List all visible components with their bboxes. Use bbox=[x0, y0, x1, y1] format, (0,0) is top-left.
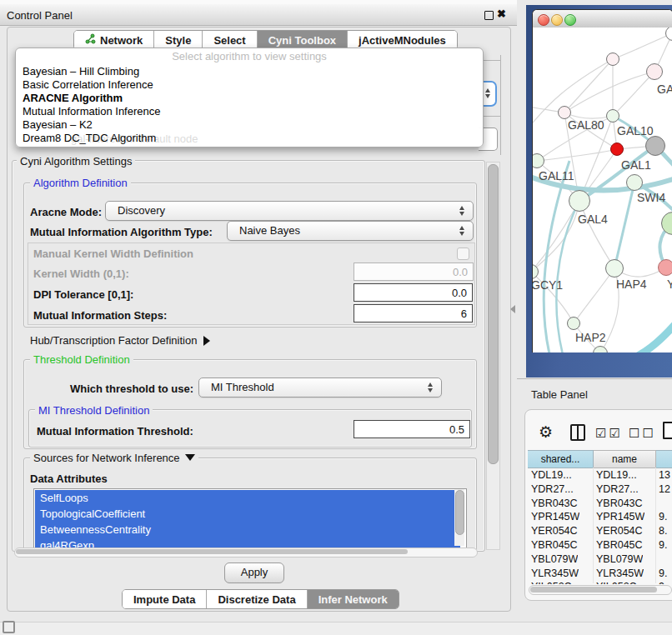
manual-kernel-width-checkbox[interactable] bbox=[457, 248, 469, 260]
network-node-swi4[interactable] bbox=[626, 174, 643, 191]
mi-threshold-field[interactable] bbox=[354, 420, 470, 438]
dpi-tolerance-field[interactable] bbox=[354, 283, 473, 302]
algorithm-option-aracne-algorithm[interactable]: ARACNE Algorithm bbox=[23, 92, 123, 104]
popup-placeholder: Select algorithm to view settings bbox=[16, 50, 483, 62]
table-cell[interactable]: YDR27... bbox=[531, 483, 574, 495]
table-cell[interactable]: YBR043C bbox=[531, 498, 578, 509]
table-cell[interactable]: YPR145W bbox=[596, 511, 644, 522]
column-header-name[interactable]: name bbox=[594, 450, 656, 468]
minimize-traffic-light[interactable] bbox=[551, 14, 563, 26]
close-icon[interactable]: ✖ bbox=[497, 8, 506, 20]
table-cell[interactable]: YLR345W bbox=[596, 568, 644, 579]
table-cell[interactable]: YER054C bbox=[531, 525, 578, 537]
tab-impute-data[interactable]: Impute Data bbox=[123, 590, 207, 608]
table-cell[interactable]: YBR045C bbox=[596, 539, 643, 551]
attribute-item-topologicalcoefficient[interactable]: TopologicalCoefficient bbox=[35, 506, 460, 522]
network-node-gal80[interactable] bbox=[558, 106, 571, 119]
table-cell[interactable]: 9 bbox=[659, 581, 664, 584]
float-window-icon[interactable] bbox=[484, 11, 494, 20]
collapse-down-icon bbox=[185, 454, 195, 461]
algorithm-option-dream8-dc-tdc-algorithm[interactable]: Dream8 DC_TDC Algorithm bbox=[23, 132, 156, 144]
table-cell[interactable]: 12 bbox=[659, 483, 670, 495]
network-node-y[interactable] bbox=[658, 259, 672, 276]
settings-scrollbar-thumb[interactable] bbox=[488, 164, 499, 464]
columns-icon[interactable] bbox=[570, 424, 585, 441]
tab-network[interactable]: Network bbox=[74, 31, 154, 49]
network-node-gal4[interactable] bbox=[569, 190, 590, 212]
aracne-mode-combo[interactable]: Discovery bbox=[105, 201, 474, 221]
attribute-item-betweennesscentrality[interactable]: BetweennessCentrality bbox=[35, 522, 460, 538]
algorithm-option-bayesian-hill-climbing[interactable]: Bayesian – Hill Climbing bbox=[23, 65, 139, 78]
node-label-gal11: GAL11 bbox=[539, 169, 574, 182]
tab-discretize-data[interactable]: Discretize Data bbox=[207, 590, 307, 608]
settings-hscrollbar-thumb[interactable] bbox=[16, 549, 408, 554]
network-window-titlebar[interactable] bbox=[533, 10, 672, 28]
hub-definition-toggle[interactable]: Hub/Transcription Factor Definition bbox=[30, 334, 210, 347]
mi-threshold-label: Mutual Information Threshold: bbox=[37, 425, 193, 438]
table-cell[interactable]: 13 bbox=[659, 469, 670, 481]
clear-all-checkboxes-icon[interactable]: ☐☐ bbox=[629, 426, 656, 441]
table-cell[interactable]: YDL19... bbox=[531, 469, 572, 481]
network-node[interactable] bbox=[645, 136, 665, 156]
algorithm-option-mutual-information-inference[interactable]: Mutual Information Inference bbox=[23, 105, 160, 118]
close-traffic-light[interactable] bbox=[538, 14, 549, 26]
zoom-traffic-light[interactable] bbox=[564, 14, 576, 26]
table-cell[interactable]: YIL052C bbox=[596, 581, 637, 584]
aracne-mode-value: Discovery bbox=[118, 204, 165, 217]
attr-list-scrollbar-thumb[interactable] bbox=[455, 490, 464, 535]
table-cell[interactable]: YER054C bbox=[596, 525, 643, 537]
table-cell[interactable]: YBR045C bbox=[531, 539, 578, 551]
tab-cyni-toolbox[interactable]: Cyni Toolbox bbox=[258, 31, 348, 49]
network-window[interactable]: GALGAL80GAL10GAL1GAL11SWI4GAL4GCY1HAP4YH… bbox=[532, 9, 672, 352]
tab-select[interactable]: Select bbox=[203, 31, 257, 49]
node-label-gal10: GAL10 bbox=[617, 124, 654, 138]
table-cell[interactable]: YIL052C bbox=[531, 581, 572, 584]
table-cell[interactable]: YBR043C bbox=[596, 498, 643, 509]
network-node[interactable] bbox=[606, 52, 619, 66]
algorithm-option-basic-correlation-inference[interactable]: Basic Correlation Inference bbox=[23, 78, 153, 91]
tab-style[interactable]: Style bbox=[154, 31, 203, 49]
table-hscrollbar-thumb[interactable] bbox=[530, 587, 657, 592]
kernel-width-field[interactable] bbox=[354, 262, 474, 281]
attribute-item-selfloops[interactable]: SelfLoops bbox=[35, 490, 460, 506]
table-cell[interactable]: 8. bbox=[659, 525, 667, 537]
network-node-gal10[interactable] bbox=[606, 109, 619, 122]
table-cell[interactable]: YBL079W bbox=[531, 553, 578, 565]
network-node-hap2[interactable] bbox=[567, 317, 580, 330]
mi-algorithm-type-combo[interactable]: Naive Bayes bbox=[227, 221, 474, 241]
algorithm-option-bayesian-k2[interactable]: Bayesian – K2 bbox=[23, 118, 93, 131]
network-node-gal1[interactable] bbox=[610, 142, 624, 156]
data-attributes-list: SelfLoopsTopologicalCoefficientBetweenne… bbox=[33, 488, 467, 548]
control-panel-title: Control Panel bbox=[7, 9, 73, 22]
tab-label: Discretize Data bbox=[218, 593, 295, 606]
mi-steps-field[interactable] bbox=[354, 304, 473, 322]
table-cell[interactable]: 9. bbox=[659, 568, 667, 579]
column-header-partial[interactable] bbox=[656, 450, 672, 468]
panel-grip-icon[interactable] bbox=[3, 621, 15, 633]
table-cell[interactable]: YDR27... bbox=[596, 483, 639, 495]
hidden-groupbox-edge bbox=[483, 116, 501, 117]
apply-button[interactable]: Apply bbox=[224, 562, 284, 583]
node-label-y: Y bbox=[667, 278, 672, 291]
which-threshold-combo[interactable]: MI Threshold bbox=[198, 378, 442, 398]
column-header-shared-name[interactable]: shared... bbox=[528, 450, 594, 468]
gear-icon[interactable]: ⚙ bbox=[539, 422, 553, 442]
export-table-icon[interactable] bbox=[663, 422, 672, 439]
table-cell[interactable]: YLR345W bbox=[531, 568, 579, 579]
network-node-hap4[interactable] bbox=[605, 259, 624, 278]
table-panel-divider bbox=[517, 378, 672, 379]
table-cell[interactable]: YBL079W bbox=[596, 553, 643, 565]
table-cell[interactable]: 9. bbox=[659, 539, 667, 551]
network-canvas[interactable]: GALGAL80GAL10GAL1GAL11SWI4GAL4GCY1HAP4YH… bbox=[533, 28, 672, 352]
tab-jactivemnodules[interactable]: jActiveMNodules bbox=[348, 31, 457, 49]
dpi-tolerance-label: DPI Tolerance [0,1]: bbox=[33, 288, 133, 301]
select-all-checkboxes-icon[interactable]: ☑☑ bbox=[595, 426, 623, 441]
splitter-collapse-icon[interactable] bbox=[510, 305, 515, 313]
table-cell[interactable]: YPR145W bbox=[531, 511, 579, 522]
table-cell[interactable]: YDL19... bbox=[596, 469, 637, 481]
sources-group-title[interactable]: Sources for Network Inference bbox=[30, 452, 198, 464]
tab-infer-network[interactable]: Infer Network bbox=[308, 590, 399, 608]
network-node-gal[interactable] bbox=[646, 63, 663, 80]
node-label-hap2: HAP2 bbox=[575, 331, 606, 344]
table-cell[interactable]: 9. bbox=[659, 511, 667, 522]
